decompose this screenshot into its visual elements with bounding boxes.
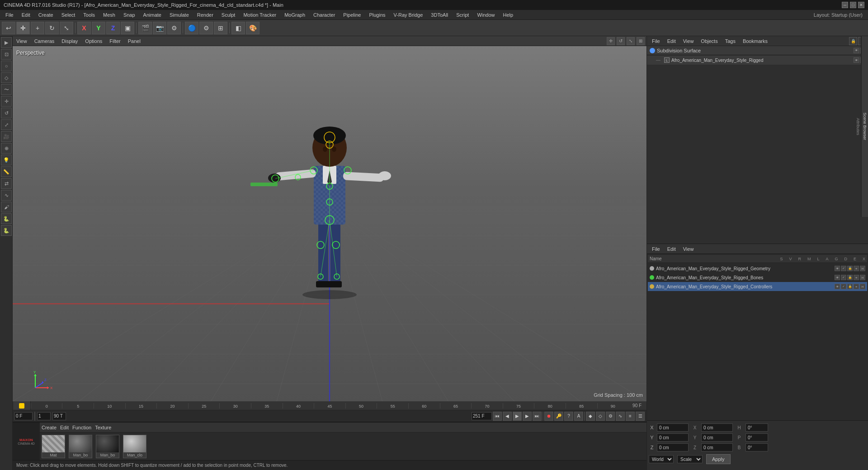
menu-help[interactable]: Help — [500, 11, 517, 19]
axis-z-button[interactable]: Z — [106, 22, 120, 34]
menu-create[interactable]: Create — [35, 11, 57, 19]
render-settings-button[interactable]: ⚙ — [167, 22, 181, 34]
menu-tools[interactable]: Tools — [80, 11, 99, 19]
coord-h-input[interactable] — [745, 423, 768, 432]
tool-scale-button[interactable]: ⤡ — [60, 22, 73, 34]
menu-simulate[interactable]: Simulate — [166, 11, 193, 19]
vtab-attributes[interactable]: Attributes — [855, 36, 861, 217]
tool-python[interactable]: 🐍 — [1, 213, 12, 224]
mat-function[interactable]: Function — [72, 425, 91, 430]
animation-mode[interactable]: A — [574, 412, 583, 421]
tree-item-rigged[interactable]: L Afro_American_Man_Everyday_Style_Rigge… — [647, 56, 868, 65]
menu-animate[interactable]: Animate — [140, 11, 165, 19]
tool-viewport-nav[interactable]: ⊕ — [1, 143, 12, 154]
tool-move-2[interactable]: ✛ — [1, 96, 12, 107]
vp-display[interactable]: Display — [60, 38, 80, 45]
rtab-objects[interactable]: Objects — [698, 37, 721, 45]
go-last-button[interactable]: ⏭ — [533, 412, 542, 421]
coord-sx-input[interactable] — [701, 423, 733, 432]
render-region-button[interactable]: 🎬 — [138, 22, 152, 34]
record-button[interactable]: ⏺ — [544, 412, 553, 421]
obj-controllers-extra-1[interactable]: ≡ — [854, 284, 859, 289]
menu-snap[interactable]: Snap — [120, 11, 139, 19]
vp-panel[interactable]: Panel — [126, 38, 142, 45]
mat-edit[interactable]: Edit — [60, 425, 69, 430]
obj-lock-controllers[interactable]: 🔒 — [847, 284, 853, 289]
keyframe-add[interactable]: ◆ — [586, 412, 595, 421]
menu-mograph[interactable]: MoGraph — [281, 11, 309, 19]
menu-vray[interactable]: V-Ray Bridge — [390, 11, 427, 19]
obj-render-controllers[interactable]: ✓ — [841, 284, 846, 289]
mat-texture[interactable]: Texture — [95, 425, 111, 430]
grid-button[interactable]: ⊞ — [214, 22, 227, 34]
menu-character[interactable]: Character — [310, 11, 339, 19]
obj-row-bones[interactable]: Afro_American_Man_Everyday_Style_Rigged_… — [648, 273, 867, 282]
tool-add-button[interactable]: + — [31, 22, 44, 34]
axis-x-button[interactable]: X — [77, 22, 91, 34]
motion-clip[interactable]: ≡ — [626, 412, 635, 421]
close-button[interactable]: ✕ — [858, 2, 864, 8]
menu-pipeline[interactable]: Pipeline — [340, 11, 364, 19]
coord-sz-input[interactable] — [701, 443, 733, 451]
obj-tab-file[interactable]: File — [649, 245, 663, 253]
viewport-canvas[interactable]: X Y Z Perspective Grid Spacing : 100 cm — [13, 46, 646, 401]
obj-tab-edit[interactable]: Edit — [664, 245, 679, 253]
vp-icon-scale[interactable]: ⤡ — [627, 37, 635, 45]
coord-y-input[interactable] — [657, 433, 689, 442]
transport-info[interactable]: ? — [564, 412, 573, 421]
rtab-bookmarks[interactable]: Bookmarks — [740, 37, 771, 45]
tool-select-circle[interactable]: ○ — [1, 61, 12, 71]
vp-filter[interactable]: Filter — [108, 38, 122, 45]
menu-render[interactable]: Render — [193, 11, 217, 19]
material-slot-0[interactable]: Mat — [42, 435, 65, 458]
vp-view[interactable]: View — [14, 38, 29, 45]
prev-frame-button[interactable]: ◀ — [503, 412, 512, 421]
coord-system-select[interactable]: World Object — [649, 455, 674, 463]
frame-step-field[interactable] — [37, 412, 51, 420]
keyframe-remove[interactable]: ◇ — [596, 412, 605, 421]
timeline-settings[interactable]: ⚙ — [606, 412, 615, 421]
tool-rotate[interactable]: ↺ — [1, 108, 12, 118]
tool-mode-button[interactable]: ✛ — [16, 22, 30, 34]
rtab-tags[interactable]: Tags — [722, 37, 739, 45]
menu-window[interactable]: Window — [473, 11, 498, 19]
coord-x-input[interactable] — [657, 423, 689, 432]
coord-p-input[interactable] — [745, 433, 768, 442]
obj-render-bones[interactable]: ✓ — [841, 275, 846, 280]
go-first-button[interactable]: ⏮ — [493, 412, 502, 421]
axis-y-button[interactable]: Y — [92, 22, 105, 34]
obj-bones-extra-1[interactable]: ≡ — [854, 275, 859, 280]
end-frame-field[interactable] — [52, 412, 66, 420]
minimize-button[interactable]: ─ — [842, 2, 848, 8]
rtab-view[interactable]: View — [680, 37, 697, 45]
tool-select-rect[interactable]: ⊡ — [1, 49, 12, 60]
vp-icon-move[interactable]: ✛ — [607, 37, 615, 45]
menu-select[interactable]: Select — [58, 11, 79, 19]
mat-create[interactable]: Create — [42, 425, 57, 430]
obj-row-geometry[interactable]: Afro_American_Man_Everyday_Style_Rigged_… — [648, 264, 867, 273]
obj-row-controllers[interactable]: Afro_American_Man_Everyday_Style_Rigged_… — [648, 282, 867, 291]
menu-script[interactable]: Script — [453, 11, 472, 19]
timeline-ruler[interactable]: 0 5 10 15 20 25 30 35 40 45 50 55 60 65 … — [13, 401, 646, 410]
menu-sculpt[interactable]: Sculpt — [218, 11, 239, 19]
menu-motion-tracker[interactable]: Motion Tracker — [240, 11, 280, 19]
tool-select-poly[interactable]: ◇ — [1, 72, 12, 83]
tool-lights[interactable]: 💡 — [1, 155, 12, 165]
material-slot-1[interactable]: Man_bo — [69, 435, 92, 458]
f-curve-button[interactable]: ∿ — [616, 412, 625, 421]
transport-extra[interactable]: ☰ — [636, 412, 645, 421]
coord-z-input[interactable] — [657, 443, 689, 451]
transform-mode-select[interactable]: Scale Move Rotate — [677, 455, 703, 463]
tool-measure[interactable]: 📏 — [1, 166, 12, 177]
obj-vis-controllers[interactable]: 👁 — [835, 284, 840, 289]
obj-extra-1[interactable]: ≡ — [854, 266, 859, 271]
obj-extra-2[interactable]: H — [860, 266, 865, 271]
vtab-scene-browser[interactable]: Scene Browser — [862, 36, 868, 217]
obj-render-geometry[interactable]: ✓ — [841, 266, 846, 271]
tool-select-free[interactable]: 〜 — [1, 84, 12, 95]
menu-mesh[interactable]: Mesh — [99, 11, 119, 19]
subdiv-header[interactable]: Subdivision Surface 👁 ✓ — [647, 46, 868, 55]
obj-lock-geometry[interactable]: 🔒 — [847, 266, 853, 271]
current-frame-field[interactable] — [14, 412, 33, 420]
menu-3dtoall[interactable]: 3DToAll — [427, 11, 452, 19]
